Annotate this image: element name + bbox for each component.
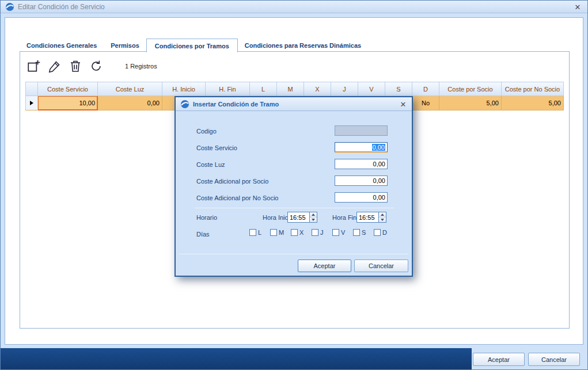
grid-header-j[interactable]: J (331, 82, 358, 96)
coste-luz-label: Coste Luz (196, 161, 225, 168)
grid-toolbar: 1 Registros (26, 58, 157, 75)
grid-header-x[interactable]: X (304, 82, 331, 96)
grid-header-h-inicio[interactable]: H. Inicio (162, 82, 206, 96)
tab-condiciones-reservas-dinamicas[interactable]: Condiciones para Reservas Dinámicas (238, 39, 368, 52)
checkbox-icon[interactable] (332, 229, 339, 236)
modal-close-icon[interactable]: ✕ (398, 99, 408, 109)
tab-permisos[interactable]: Permisos (104, 39, 146, 52)
grid-header-l[interactable]: L (250, 82, 277, 96)
tab-strip: Condiciones Generales Permisos Condicion… (20, 38, 368, 52)
window-title: Editar Condición de Servicio (18, 3, 105, 11)
coste-servicio-label: Coste Servicio (196, 144, 237, 151)
grid-header-coste-luz[interactable]: Coste Luz (98, 82, 162, 96)
codigo-field (335, 125, 388, 136)
edit-service-condition-window: Editar Condición de Servicio ✕ Condicion… (0, 0, 588, 370)
coste-adicional-socio-field[interactable]: 0,00 (335, 176, 388, 186)
modal-cancel-button[interactable]: Cancelar (354, 260, 408, 272)
checkbox-icon[interactable] (249, 229, 256, 236)
insert-tramo-modal: Insertar Condición de Tramo ✕ Codigo Cos… (174, 96, 413, 277)
day-checkbox-l[interactable]: L (249, 229, 261, 236)
hora-inicio-value: 16:55 (288, 212, 309, 222)
codigo-label: Codigo (196, 128, 217, 135)
row-indicator-cell (25, 96, 38, 110)
tab-condiciones-generales[interactable]: Condiciones Generales (20, 39, 104, 52)
day-checkbox-d[interactable]: D (374, 229, 387, 236)
cell-d[interactable]: No (412, 96, 439, 110)
hora-fin-label: Hora Fin (332, 214, 356, 221)
checkbox-icon[interactable] (374, 229, 381, 236)
hora-fin-spinner[interactable]: 16:55 (356, 212, 386, 223)
add-record-button[interactable] (26, 58, 42, 74)
hora-inicio-spin-buttons (309, 212, 317, 222)
spin-up-icon[interactable] (310, 212, 317, 217)
day-checkbox-m[interactable]: M (270, 229, 284, 236)
coste-servicio-selected-text: 0,00 (372, 144, 385, 151)
coste-luz-field[interactable]: 0,00 (335, 159, 388, 169)
grid-header-coste-por-socio[interactable]: Coste por Socio (439, 82, 502, 96)
spin-up-icon[interactable] (379, 212, 386, 217)
grid-header-v[interactable]: V (358, 82, 385, 96)
spin-down-icon[interactable] (310, 217, 317, 222)
grid-header-h-fin[interactable]: H. Fin (206, 82, 250, 96)
footer-accent-bar (1, 348, 472, 369)
day-checkbox-s[interactable]: S (353, 229, 366, 236)
day-checkbox-v[interactable]: V (332, 229, 345, 236)
edit-record-button[interactable] (47, 58, 63, 74)
coste-adicional-no-socio-field[interactable]: 0,00 (335, 192, 388, 203)
grid-header-m[interactable]: M (277, 82, 304, 96)
row-indicator-icon (30, 101, 33, 105)
modal-title: Insertar Condición de Tramo (193, 101, 279, 108)
tab-condiciones-por-tramos[interactable]: Condiciones por Tramos (146, 39, 238, 52)
grid-header-indicator (25, 82, 38, 96)
separator (179, 254, 408, 254)
day-checkbox-j[interactable]: J (312, 229, 324, 236)
modal-titlebar: Insertar Condición de Tramo ✕ (176, 97, 412, 111)
cell-coste-luz[interactable]: 0,00 (98, 96, 162, 110)
separator (195, 208, 394, 208)
coste-adicional-no-socio-label: Coste Adicional por No Socio (196, 194, 278, 201)
app-icon (180, 100, 189, 109)
day-checkbox-x[interactable]: X (291, 229, 304, 236)
coste-adicional-socio-label: Coste Adicional por Socio (196, 178, 268, 185)
records-count-label: 1 Registros (125, 63, 157, 70)
accept-button[interactable]: Aceptar (473, 353, 525, 366)
cancel-button[interactable]: Cancelar (528, 353, 580, 366)
refresh-button[interactable] (88, 58, 104, 74)
grid-header-coste-servicio[interactable]: Coste Servicio (38, 82, 98, 96)
cell-coste-por-no-socio[interactable]: 5,00 (502, 96, 564, 110)
grid-header-d[interactable]: D (412, 82, 439, 96)
hora-fin-value: 16:55 (357, 212, 378, 222)
cell-coste-por-socio[interactable]: 5,00 (439, 96, 502, 110)
delete-record-button[interactable] (67, 58, 84, 74)
app-icon (5, 2, 14, 12)
spin-down-icon[interactable] (379, 217, 386, 222)
grid-header-row: Coste Servicio Coste Luz H. Inicio H. Fi… (25, 82, 564, 96)
checkbox-icon[interactable] (270, 229, 277, 236)
grid-header-coste-por-no-socio[interactable]: Coste por No Socio (502, 82, 564, 96)
horario-label: Horario (196, 214, 217, 221)
hora-inicio-spinner[interactable]: 16:55 (287, 212, 317, 223)
cell-coste-servicio[interactable]: 10,00 (38, 96, 98, 110)
hora-fin-spin-buttons (378, 212, 386, 222)
checkbox-icon[interactable] (353, 229, 360, 236)
checkbox-icon[interactable] (312, 229, 318, 236)
grid-header-s[interactable]: S (385, 82, 412, 96)
close-icon[interactable]: ✕ (572, 2, 583, 12)
modal-accept-button[interactable]: Aceptar (298, 260, 351, 272)
coste-servicio-field[interactable]: 0,00 (335, 142, 388, 152)
window-titlebar: Editar Condición de Servicio ✕ (1, 1, 587, 13)
dias-label: Días (196, 231, 210, 238)
checkbox-icon[interactable] (291, 229, 298, 236)
